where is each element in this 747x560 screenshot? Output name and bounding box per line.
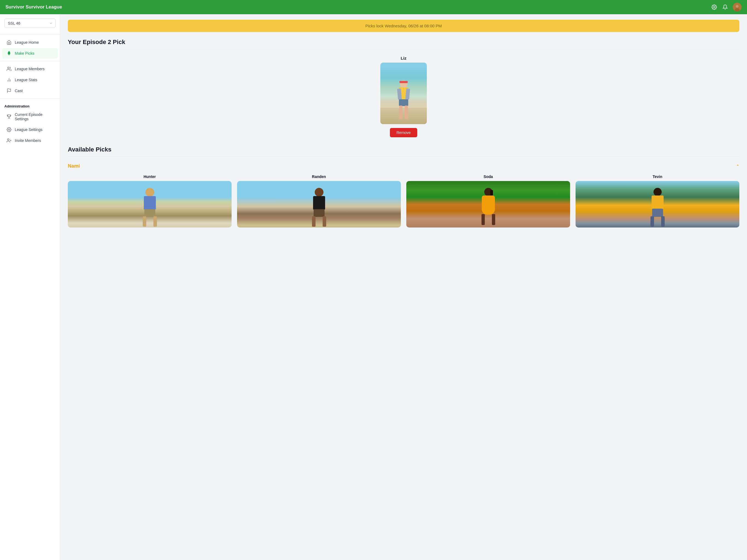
sidebar-item-league-members[interactable]: League Members [2, 64, 58, 74]
sidebar-item-cast[interactable]: Cast [2, 85, 58, 96]
season-select[interactable]: SSL 46 SSL 45 SSL 44 [4, 19, 55, 28]
top-navigation: Survivor Survivor League [0, 0, 747, 14]
available-picks-section: Available Picks Nami ⌃ Hunter [68, 146, 739, 228]
cast-card-soda[interactable]: Soda [406, 175, 570, 228]
svg-point-3 [735, 8, 740, 11]
people-icon [6, 67, 11, 71]
current-pick-container: Liz [68, 56, 739, 137]
cast-image-hunter [68, 181, 232, 228]
picks-grid-nami: Hunter [68, 175, 739, 228]
gear-icon [6, 127, 11, 132]
sidebar-label-league-stats: League Stats [15, 78, 37, 82]
tribe-header-nami[interactable]: Nami ⌃ [68, 163, 739, 169]
sidebar-label-league-settings: League Settings [15, 127, 42, 132]
sidebar-label-episode-settings: Current Episode Settings [15, 112, 53, 121]
settings-icon[interactable] [711, 4, 718, 10]
main-content: Picks lock Wednesday, 06/26 at 08:00 PM … [60, 14, 747, 560]
remove-pick-button[interactable]: Remove [390, 128, 417, 137]
sidebar-item-make-picks[interactable]: Make Picks [2, 48, 58, 58]
sidebar-divider-3 [0, 98, 60, 99]
lock-banner: Picks lock Wednesday, 06/26 at 08:00 PM [68, 20, 739, 32]
sidebar-item-league-settings[interactable]: League Settings [2, 124, 58, 135]
sidebar-item-invite-members[interactable]: Invite Members [2, 135, 58, 146]
bell-icon[interactable] [722, 4, 728, 10]
sidebar: SSL 46 SSL 45 SSL 44 League Home [0, 14, 60, 560]
cast-name-tevin: Tevin [653, 175, 663, 179]
app-title: Survivor Survivor League [5, 4, 62, 10]
sidebar-label-invite-members: Invite Members [15, 138, 41, 143]
sidebar-item-episode-settings[interactable]: Current Episode Settings [2, 110, 58, 124]
tribe-chevron-nami: ⌃ [736, 164, 739, 169]
svg-point-2 [736, 5, 739, 8]
your-pick-divider [68, 49, 739, 49]
svg-point-11 [7, 138, 9, 140]
flame-icon [6, 51, 11, 56]
cast-name-soda: Soda [483, 175, 493, 179]
cast-image-tevin [575, 181, 739, 228]
cast-name-hunter: Hunter [144, 175, 156, 179]
chart-icon [6, 77, 11, 82]
cast-name-randen: Randen [312, 175, 326, 179]
cast-image-soda [406, 181, 570, 228]
cast-card-tevin[interactable]: Tevin [575, 175, 739, 228]
available-picks-divider [68, 156, 739, 157]
sidebar-item-league-stats[interactable]: League Stats [2, 75, 58, 85]
available-picks-title: Available Picks [68, 146, 739, 153]
svg-point-10 [8, 129, 10, 130]
cast-image-randen [237, 181, 401, 228]
svg-point-4 [8, 67, 9, 69]
sidebar-divider-1 [0, 34, 60, 35]
your-pick-title: Your Episode 2 Pick [68, 39, 739, 46]
person-add-icon [6, 138, 11, 143]
app-body: SSL 46 SSL 45 SSL 44 League Home [0, 14, 747, 560]
cast-card-hunter[interactable]: Hunter [68, 175, 232, 228]
admin-section-label: Administration [0, 101, 60, 109]
tribe-name-nami: Nami [68, 163, 80, 169]
nav-icons [711, 3, 742, 11]
svg-point-0 [714, 6, 715, 8]
trophy-icon [6, 114, 11, 119]
sidebar-item-league-home[interactable]: League Home [2, 37, 58, 48]
torch-icon [6, 88, 11, 93]
home-icon [6, 40, 11, 45]
cast-card-randen[interactable]: Randen [237, 175, 401, 228]
pick-name: Liz [401, 56, 407, 60]
sidebar-label-league-members: League Members [15, 67, 45, 71]
user-avatar[interactable] [733, 3, 742, 11]
your-pick-section: Your Episode 2 Pick Liz [68, 39, 739, 137]
sidebar-label-league-home: League Home [15, 40, 39, 45]
pick-image [380, 62, 427, 124]
sidebar-label-make-picks: Make Picks [15, 51, 34, 55]
sidebar-label-cast: Cast [15, 88, 23, 93]
season-selector-wrapper: SSL 46 SSL 45 SSL 44 [0, 19, 60, 32]
